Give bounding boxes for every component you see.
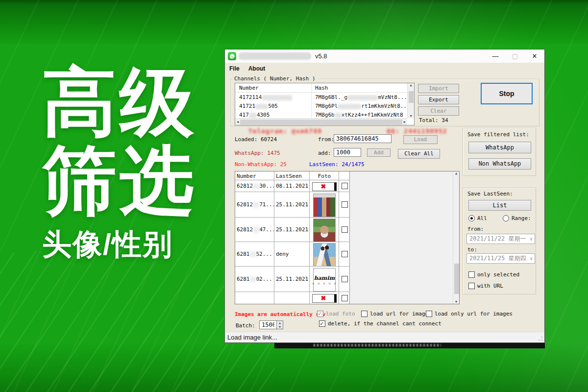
row-select-checkbox[interactable] (339, 292, 350, 304)
load-only-url-checkbox[interactable]: load only url for images (426, 311, 513, 317)
checkbox-icon[interactable] (468, 283, 475, 289)
poster-text: 高级 筛选 头像/性别 (42, 63, 197, 261)
export-button[interactable]: Export (418, 95, 459, 104)
menubar: File About (225, 63, 544, 74)
batch-input[interactable] (259, 320, 277, 329)
scroll-down-icon[interactable]: ▼ (455, 300, 457, 304)
profile-photo-beach-couple (313, 243, 336, 267)
radio-unselected-icon[interactable] (503, 215, 509, 221)
range-radio[interactable]: Range: (503, 215, 531, 221)
row-select-checkbox[interactable] (339, 218, 350, 242)
row-select-checkbox[interactable] (339, 267, 350, 292)
row-number: 6281271... (235, 192, 274, 218)
whatsapp-count: WhatsApp: 1475 (235, 150, 280, 156)
checkbox-icon[interactable] (361, 311, 368, 317)
save-non-whatsapp-button[interactable]: Non WhatsApp (468, 158, 531, 170)
scroll-up-icon[interactable]: ▲ (455, 172, 457, 175)
checkbox-icon[interactable] (426, 311, 432, 317)
load-foto-checkbox[interactable]: load foto (317, 311, 355, 317)
all-radio[interactable]: All (468, 215, 487, 221)
chevron-down-icon: ∨ (530, 234, 533, 244)
non-whatsapp-count: Non-WhatsApp: 25 (235, 161, 287, 168)
row-number: 628102... (235, 267, 274, 292)
results-vertical-scrollbar[interactable]: ▲ ▼ (453, 172, 459, 304)
from-input[interactable] (334, 134, 392, 143)
checkbox-checked-icon[interactable] (317, 311, 323, 317)
channels-col-number: Number (239, 85, 259, 91)
from-date-dropdown[interactable]: 2021/11/22 星期一 ∨ (466, 234, 535, 244)
checkbox-checked-icon[interactable] (319, 320, 325, 327)
radio-selected-icon[interactable] (468, 215, 475, 221)
no-photo-x-icon: ✖ (312, 182, 337, 191)
channels-col-hash: Hash (315, 85, 328, 91)
with-url-checkbox[interactable]: with URL (468, 283, 503, 289)
row-select-checkbox[interactable] (339, 192, 350, 218)
title-censored-name (239, 52, 311, 60)
channels-row[interactable]: 41721505 7M8g6Plrt1mKkmVzNt8... (235, 102, 407, 111)
close-button[interactable]: ✕ (525, 49, 544, 63)
loaded-count: Loaded: 60724 (235, 136, 277, 143)
delete-channel-checkbox[interactable]: delete, if the channel cant connect (319, 320, 441, 327)
profile-photo-crowd (313, 194, 336, 217)
row-select-checkbox[interactable] (339, 180, 350, 192)
stop-button[interactable]: Stop (481, 83, 533, 104)
telegram-contact-censored: Telegram: @sm6788 (248, 127, 322, 135)
scroll-up-icon[interactable]: ▲ (410, 83, 412, 87)
channels-group-label: Channels ( Number, Hash ) (233, 75, 317, 82)
channels-table[interactable]: Number Hash 4172114 7M8g6Bl._gmVzNt8... … (235, 83, 415, 125)
batch-stepper[interactable]: ▲▼ (277, 320, 283, 329)
scroll-thumb[interactable] (240, 120, 402, 124)
scroll-left-icon[interactable]: ◀ (237, 120, 239, 124)
titlebar[interactable]: v5.8 — ▢ ✕ (225, 49, 544, 63)
lastseen-count: LastSeen: 24/1475 (309, 161, 365, 168)
scroll-thumb[interactable] (409, 91, 414, 103)
batch-label: Batch: (236, 322, 255, 329)
checkbox-icon[interactable] (468, 271, 475, 278)
auto-save-note: Images are automatically sav (235, 311, 325, 318)
row-number: 628152... (235, 242, 274, 267)
add-input[interactable] (334, 148, 361, 157)
channels-row[interactable]: 4172114 7M8g6Bl._gmVzNt8... (235, 93, 407, 102)
chevron-down-icon: ∨ (530, 254, 533, 263)
channels-vertical-scrollbar[interactable]: ▲ ▼ (407, 83, 414, 118)
clear-button[interactable]: Clear (418, 106, 459, 116)
import-button[interactable]: Import (418, 84, 459, 93)
menu-about[interactable]: About (244, 64, 270, 74)
only-selected-checkbox[interactable]: only selected (468, 271, 519, 278)
no-photo-x-icon: ✖ (312, 294, 337, 303)
row-lastseen (274, 292, 310, 304)
row-lastseen: 25.11.2021 (274, 267, 310, 292)
channels-horizontal-scrollbar[interactable]: ◀ ▶ (235, 118, 407, 125)
status-text: Load image link... (227, 334, 277, 341)
resize-grip[interactable] (538, 336, 543, 342)
scroll-right-icon[interactable]: ▶ (404, 120, 406, 124)
minimize-button[interactable]: — (486, 49, 505, 63)
menu-file[interactable]: File (225, 64, 244, 74)
statusbar: Load image link... (225, 332, 544, 343)
app-window: v5.8 — ▢ ✕ File About Channels ( Number,… (224, 49, 545, 343)
total-label: Total: 34 (419, 117, 448, 123)
range-from-label: from: (467, 226, 484, 232)
load-url-checkbox[interactable]: load url for images (361, 311, 432, 317)
load-button[interactable]: Load (403, 135, 438, 144)
spin-up-icon: ▲ (279, 321, 281, 325)
to-date-dropdown[interactable]: 2021/11/25 星期四 ∨ (466, 253, 535, 264)
from-label: from: (318, 136, 334, 143)
row-number: 6281247... (235, 218, 274, 242)
scroll-thumb[interactable] (454, 264, 459, 294)
maximize-button: ▢ (505, 49, 525, 63)
poster-line1: 高级 (42, 63, 197, 141)
row-number (235, 292, 274, 304)
save-lastseen-label: Save LastSeen: (466, 191, 514, 197)
clear-all-button[interactable]: Clear All (398, 149, 440, 159)
save-whatsapp-button[interactable]: WhatsApp (468, 142, 531, 153)
scroll-down-icon[interactable]: ▼ (410, 114, 412, 118)
spin-down-icon: ▼ (279, 325, 281, 329)
row-select-checkbox[interactable] (339, 242, 350, 267)
row-lastseen: 25.11.2021 (274, 192, 310, 218)
save-list-button[interactable]: List (468, 200, 531, 211)
col-number-header: Number (235, 172, 274, 180)
add-button[interactable]: Add (367, 148, 391, 157)
qq-contact-censored: QQ: 2441198952 (387, 127, 447, 135)
results-listbox[interactable]: Number LastSeen Foto 6281230... 08.11.20… (235, 171, 460, 304)
